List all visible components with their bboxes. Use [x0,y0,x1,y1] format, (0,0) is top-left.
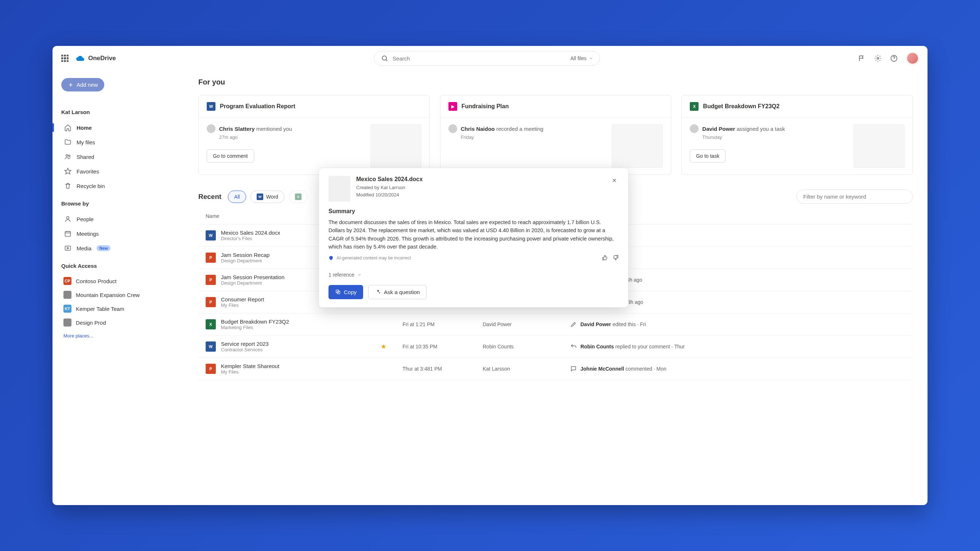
quick-access-item[interactable]: CPContoso Product [61,274,175,288]
nav-item-favorites[interactable]: Favorites [61,164,175,179]
popover-created: Created by Kat Larrson [356,184,604,191]
ask-label: Ask a question [384,289,420,295]
sidebar-user-name: Kat Larson [61,109,175,115]
file-name: Budget Breakdown FY23Q2 [221,319,289,325]
search-input[interactable] [393,56,566,62]
table-row[interactable]: XBudget Breakdown FY23Q2Marketing Files … [198,313,913,336]
app-window: OneDrive All files Add new [52,46,928,505]
search-box[interactable]: All files [374,51,600,65]
file-owner: Robin Counts [483,344,570,349]
file-time: Fri at 1:21 PM [402,321,483,327]
file-name: Jam Session Recap [221,252,269,258]
card-action-button[interactable]: Go to task [690,149,725,162]
file-activity: Robin Counts replied to your comment · T… [570,343,905,350]
copy-button[interactable]: Copy [328,285,363,299]
quick-label: Contoso Product [76,278,117,284]
browse-label: Media [76,245,92,251]
nav-item-shared[interactable]: Shared [61,149,175,164]
svg-point-0 [382,56,387,60]
flag-icon[interactable] [858,55,865,62]
nav-label: Recycle bin [76,183,105,189]
file-activity: David Power edited this · Fri [570,321,905,328]
summary-popover: Mexico Sales 2024.docx Created by Kat La… [319,168,628,308]
thumbs-down-icon[interactable] [613,255,619,262]
references-toggle[interactable]: 1 reference [328,267,619,278]
nav-item-recycle-bin[interactable]: Recycle bin [61,179,175,193]
for-you-card[interactable]: XBudget Breakdown FY23Q2 David Power ass… [681,95,913,175]
edit-icon [570,321,577,328]
svg-marker-8 [65,168,71,174]
quick-access-item[interactable]: Mountain Expansion Crew [61,288,175,302]
favorite-star[interactable]: ★ [380,343,402,351]
star-icon [64,168,72,175]
svg-rect-10 [65,232,71,236]
for-you-card[interactable]: WProgram Evaluation Report Chris Slatter… [198,95,430,175]
filter-pill-excel[interactable]: X [289,191,308,203]
svg-point-9 [67,216,69,219]
people-icon [64,153,72,160]
actor-avatar [690,124,698,133]
browse-item-media[interactable]: MediaNew [61,241,175,256]
filter-input[interactable] [796,189,913,204]
nav-item-my-files[interactable]: My files [61,135,175,149]
card-title: Program Evaluation Report [220,103,295,110]
for-you-card[interactable]: ▶Fundraising Plan Chris Naidoo recorded … [440,95,671,175]
quick-access-item[interactable]: Design Prod [61,316,175,329]
card-time: Friday [461,135,606,140]
filter-pill-word[interactable]: WWord [250,191,285,203]
user-avatar[interactable] [906,52,919,65]
chevron-down-icon [589,56,593,60]
pill-label: Word [266,194,278,200]
file-location: My Files [221,369,279,375]
file-name: Mexico Sales 2024.docx [221,230,280,236]
filter-pill-all[interactable]: All [228,191,246,203]
table-row[interactable]: WService report 2023Contractor Services … [198,336,913,358]
browse-item-people[interactable]: People [61,212,175,226]
reply-icon [570,343,577,350]
browse-label: People [76,216,94,222]
header-actions [858,52,919,65]
person-icon [64,215,72,223]
card-thumbnail [853,124,905,168]
card-time: 27m ago [219,135,364,140]
file-location: My Files [221,302,264,308]
card-title: Budget Breakdown FY23Q2 [703,103,780,110]
home-icon [64,124,72,131]
card-title: Fundraising Plan [461,103,509,110]
team-icon: KT [64,305,72,313]
nav-item-home[interactable]: Home [61,120,175,135]
card-activity: David Power assigned you a task [702,126,785,132]
trash-icon [64,182,72,189]
new-badge: New [97,245,111,251]
ask-question-button[interactable]: Ask a question [368,285,426,299]
word-doc-icon: W [207,102,215,111]
settings-icon[interactable] [874,55,881,62]
popover-filename: Mexico Sales 2024.docx [356,176,604,183]
nav-label: Favorites [76,168,99,175]
copy-icon [335,289,341,295]
team-icon: CP [64,277,72,285]
help-icon[interactable] [890,55,897,62]
file-activity: Johnie McConnell commented · Mon [570,365,905,372]
popover-close-button[interactable] [610,176,619,187]
add-new-button[interactable]: Add new [61,78,104,92]
card-action-button[interactable]: Go to comment [207,149,254,162]
browse-item-meetings[interactable]: Meetings [61,226,175,241]
app-launcher-icon[interactable] [61,55,68,62]
browse-label: Meetings [76,231,99,237]
svg-point-6 [66,154,68,156]
calendar-icon [64,230,72,237]
pill-label: All [234,194,240,200]
sparkle-icon [375,289,381,295]
search-scope-dropdown[interactable]: All files [570,56,593,61]
file-location: Director's Files [221,236,280,241]
popover-summary-text: The document discusses the sales of tire… [328,218,619,251]
svg-line-1 [386,59,387,61]
thumbs-up-icon[interactable] [602,255,608,262]
for-you-title: For you [198,78,913,86]
more-places-link[interactable]: More places... [61,333,175,338]
table-row[interactable]: PKempler State ShareoutMy Files Thur at … [198,358,913,380]
quick-access-item[interactable]: KTKemper Table Team [61,302,175,316]
quick-label: Kemper Table Team [76,306,124,312]
card-time: Thursday [702,135,848,140]
